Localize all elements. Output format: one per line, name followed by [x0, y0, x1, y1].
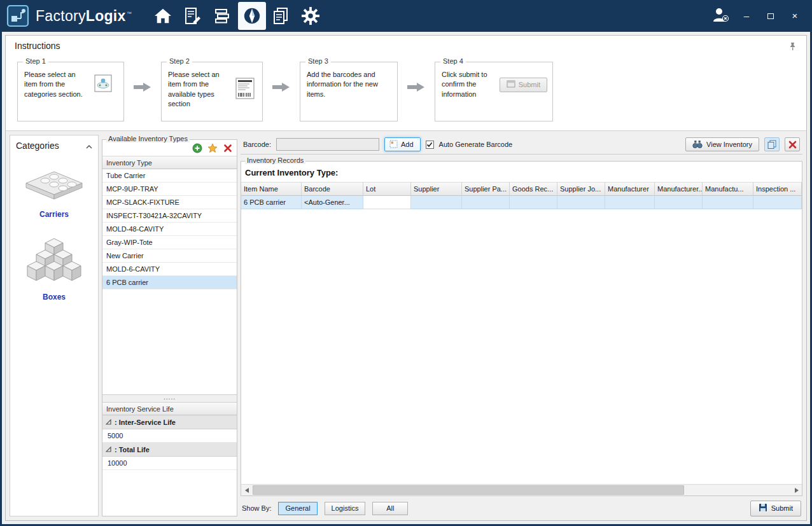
user-status-icon[interactable]	[711, 6, 729, 25]
splitter-handle[interactable]: .....	[102, 394, 237, 403]
column-header-item-name[interactable]: Item Name	[241, 183, 302, 196]
instructions-title: Instructions	[15, 41, 797, 51]
worksheet-edit-icon[interactable]	[178, 0, 208, 32]
collapse-chevron-icon[interactable]	[86, 140, 92, 151]
clear-records-button[interactable]	[785, 137, 800, 151]
step-4-box: Step 4 Click submit to confirm the infor…	[435, 62, 553, 121]
scroll-left-button[interactable]	[241, 485, 252, 495]
column-header-lot[interactable]: Lot	[363, 183, 411, 196]
submit-button[interactable]: Submit	[750, 501, 801, 516]
column-header-barcode[interactable]: Barcode	[302, 183, 363, 196]
add-inventory-type-button[interactable]	[191, 142, 204, 155]
documents-icon[interactable]	[266, 0, 296, 32]
inventory-type-row[interactable]: New Carrier	[102, 249, 237, 263]
scroll-thumb[interactable]	[253, 485, 684, 495]
category-boxes-label: Boxes	[43, 293, 66, 301]
inventory-type-row[interactable]: Gray-WIP-Tote	[102, 236, 237, 249]
show-by-all-button[interactable]: All	[372, 502, 408, 515]
inventory-type-column-header[interactable]: Inventory Type	[102, 156, 237, 169]
column-header-supplier[interactable]: Supplier	[411, 183, 462, 196]
step-1-text: Please select an item from the categorie…	[24, 70, 89, 99]
service-life-group-inter[interactable]: : Inter-Service Life	[102, 415, 237, 429]
app-logo-icon	[6, 4, 29, 27]
barcode-input[interactable]	[276, 138, 379, 151]
record-cell-supplier-job[interactable]	[557, 196, 605, 209]
category-item-carriers[interactable]: Carriers	[10, 170, 98, 219]
inventory-type-row[interactable]: MOLD-48-CAVITY	[102, 223, 237, 236]
red-x-icon	[788, 141, 797, 149]
brand-factory-text: Factory	[36, 8, 86, 24]
checkmark-icon	[426, 142, 433, 148]
home-icon[interactable]	[148, 0, 178, 32]
delete-inventory-type-button[interactable]	[221, 142, 234, 155]
record-cell-inspection[interactable]	[753, 196, 802, 209]
column-header-manufacturer-2[interactable]: Manufacturer...	[655, 183, 703, 196]
column-header-inspection[interactable]: Inspection ...	[753, 183, 802, 196]
available-types-groupbox: Available Inventory Types	[102, 139, 237, 516]
edit-inventory-type-button[interactable]	[206, 142, 219, 155]
inventory-stack-icon[interactable]	[208, 0, 238, 32]
inventory-type-row[interactable]: MOLD-6-CAVITY	[102, 263, 237, 276]
add-record-button[interactable]: Add	[384, 137, 421, 151]
barcode-label-thumbnail-icon	[235, 78, 255, 102]
copy-pages-icon	[767, 140, 776, 149]
record-cell-manufactu[interactable]	[703, 196, 753, 209]
record-cell-item-name[interactable]: 6 PCB carrier	[241, 196, 302, 209]
view-inventory-label: View Inventory	[706, 141, 752, 148]
service-life-group-total-label: : Total Life	[115, 446, 150, 453]
show-by-logistics-button[interactable]: Logistics	[325, 502, 366, 515]
instructions-panel: Instructions Step 1 Please select an ite…	[6, 36, 806, 131]
service-life-group-total[interactable]: : Total Life	[102, 443, 237, 457]
column-header-manufacturer[interactable]: Manufacturer	[605, 183, 655, 196]
inventory-type-row[interactable]: Tube Carrier	[102, 169, 237, 183]
records-toolbar: Barcode: Add	[241, 135, 802, 155]
inventory-type-row[interactable]: MCP-SLACK-FIXTURE	[102, 196, 237, 209]
save-disk-icon	[759, 503, 767, 513]
auto-generate-label[interactable]: Auto Generate Barcode	[439, 141, 513, 148]
category-item-boxes[interactable]: Boxes	[10, 235, 98, 301]
record-cell-supplier[interactable]	[411, 196, 462, 209]
records-column: Barcode: Add	[241, 135, 802, 516]
scroll-right-button[interactable]	[791, 485, 802, 495]
column-header-goods-received[interactable]: Goods Rec...	[510, 183, 557, 196]
view-inventory-button[interactable]: View Inventory	[685, 137, 759, 151]
record-cell-lot[interactable]	[363, 196, 411, 209]
show-by-general-button[interactable]: General	[278, 502, 317, 515]
column-header-manufactu[interactable]: Manufactu...	[703, 183, 753, 196]
step-2-text: Please select an item from the available…	[168, 70, 230, 109]
maximize-icon	[767, 13, 774, 19]
step-submit-button[interactable]: Submit	[500, 78, 547, 92]
inter-service-life-value[interactable]: 5000	[102, 429, 237, 443]
step-4-label: Step 4	[440, 57, 466, 65]
inventory-type-row-selected[interactable]: 6 PCB carrier	[102, 276, 237, 289]
service-life-header[interactable]: Inventory Service Life	[102, 403, 237, 415]
record-cell-manufacturer[interactable]	[605, 196, 655, 209]
column-header-supplier-part[interactable]: Supplier Pa...	[462, 183, 510, 196]
record-cell-supplier-part[interactable]	[462, 196, 510, 209]
barcode-label: Barcode:	[243, 141, 271, 148]
inventory-types-grid: Inventory Type Tube Carrier MCP-9UP-TRAY…	[102, 156, 237, 394]
compass-navigator-icon[interactable]	[238, 2, 266, 30]
settings-gear-icon[interactable]	[296, 0, 326, 32]
record-cell-goods-received[interactable]	[510, 196, 557, 209]
pin-icon[interactable]	[789, 42, 796, 53]
types-grid-empty-area	[102, 289, 237, 394]
arrow-right-icon	[134, 82, 151, 95]
app-window: FactoryLogix™	[0, 0, 812, 526]
inventory-type-row[interactable]: INSPECT-T30421A-32CAVITY	[102, 209, 237, 223]
column-header-supplier-job[interactable]: Supplier Jo...	[557, 183, 605, 196]
step-3-label: Step 3	[305, 57, 331, 65]
arrow-right-icon	[407, 82, 425, 95]
record-cell-manufacturer-2[interactable]	[655, 196, 703, 209]
step-submit-label: Submit	[519, 81, 540, 88]
close-button[interactable]: ×	[788, 0, 802, 32]
inventory-type-row[interactable]: MCP-9UP-TRAY	[102, 183, 237, 196]
record-cell-barcode[interactable]: <Auto-Gener...	[302, 196, 363, 209]
copy-records-button[interactable]	[764, 137, 780, 151]
service-life-group-inter-label: : Inter-Service Life	[115, 419, 176, 426]
step-3-box: Step 3 Add the barcodes and information …	[300, 62, 398, 121]
minimize-button[interactable]: –	[739, 0, 753, 32]
auto-generate-checkbox[interactable]	[426, 141, 434, 149]
total-life-value[interactable]: 10000	[102, 457, 237, 470]
maximize-button[interactable]	[764, 0, 778, 32]
